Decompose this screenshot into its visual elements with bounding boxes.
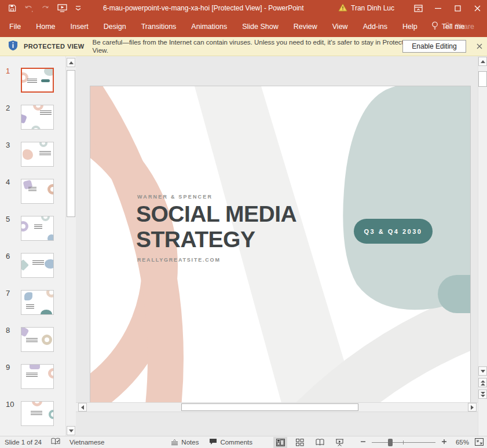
notes-label: Notes	[181, 439, 199, 446]
scrollbar-thumb[interactable]	[478, 71, 487, 87]
slide-thumbnail-10[interactable]: 10	[0, 400, 65, 427]
thumbnail-image	[21, 142, 54, 167]
quick-access-toolbar	[8, 4, 81, 12]
thumb-decor	[21, 259, 29, 271]
thumbnail-image	[21, 290, 54, 315]
zoom-percentage[interactable]: 65%	[453, 439, 469, 446]
slide-number: 3	[6, 141, 10, 149]
title-bar-right: Tran Dinh Luc	[338, 0, 487, 16]
tab-view[interactable]: View	[332, 23, 348, 31]
save-icon[interactable]	[8, 4, 16, 12]
thumb-decor	[26, 304, 34, 310]
slide-thumbnail-2[interactable]: 2	[0, 104, 65, 131]
minimize-button[interactable]	[428, 0, 448, 16]
slide-thumbnail-1[interactable]: 1	[0, 67, 65, 94]
close-button[interactable]	[467, 0, 487, 16]
scroll-down-icon[interactable]	[478, 366, 487, 376]
redo-icon	[41, 5, 49, 12]
maximize-button[interactable]	[448, 0, 467, 16]
thumbnail-image	[21, 216, 54, 241]
account-info[interactable]: Tran Dinh Luc	[338, 3, 394, 13]
slide-thumbnail-5[interactable]: 5	[0, 215, 65, 242]
slide-date-badge[interactable]: Q3 & Q4 2030	[354, 219, 433, 244]
tab-home[interactable]: Home	[36, 23, 55, 31]
slide-1-editor[interactable]: WARNER & SPENCER SOCIAL MEDIA STRATEGY R…	[90, 86, 471, 402]
zoom-out-icon[interactable]	[360, 439, 366, 446]
tab-slide-show[interactable]: Slide Show	[242, 23, 279, 31]
ribbon-tabs: File Home Insert Design Transitions Anim…	[9, 23, 418, 31]
thumb-decor	[30, 364, 40, 369]
slide-number: 8	[6, 326, 10, 335]
thumb-decor	[21, 113, 27, 124]
slide-number: 1	[6, 67, 10, 75]
slide-thumbnail-3[interactable]: 3	[0, 141, 65, 168]
status-bar-right: Notes Comments	[171, 437, 484, 448]
banner-close-icon[interactable]	[477, 41, 482, 52]
normal-view-button[interactable]	[273, 437, 287, 448]
start-from-beginning-icon[interactable]	[57, 4, 67, 12]
scroll-down-icon[interactable]	[67, 426, 75, 435]
comment-icon	[209, 438, 217, 446]
thumbnail-panel-scrollbar[interactable]	[65, 56, 76, 436]
thumb-decor	[41, 79, 50, 82]
slide-website-text[interactable]: REALLYGREATSITE.COM	[137, 257, 221, 263]
zoom-slider[interactable]	[372, 437, 435, 448]
thumbnail-image	[21, 68, 54, 93]
zoom-slider-thumb[interactable]	[388, 439, 393, 446]
vertical-scrollbar[interactable]	[478, 56, 487, 436]
slide-title-text[interactable]: SOCIAL MEDIA STRATEGY	[136, 201, 296, 252]
slide-thumbnail-7[interactable]: 7	[0, 289, 65, 316]
shield-info-icon	[8, 40, 18, 53]
scrollbar-thumb[interactable]	[67, 70, 75, 217]
title-line-1: SOCIAL MEDIA	[136, 201, 296, 227]
horizontal-scrollbar-thumb[interactable]	[181, 403, 358, 411]
slide-thumbnail-4[interactable]: 4	[0, 178, 65, 205]
fit-slide-to-window-icon[interactable]	[475, 438, 484, 447]
scroll-up-icon[interactable]	[478, 57, 487, 66]
slide-counter[interactable]: Slide 1 of 24	[5, 439, 42, 446]
thumb-decor	[21, 327, 30, 337]
slide-sorter-view-button[interactable]	[293, 437, 307, 448]
zoom-slider-track	[372, 442, 435, 443]
protected-view-label: PROTECTED VIEW	[24, 43, 85, 50]
next-slide-button[interactable]	[478, 390, 487, 399]
notes-icon	[171, 439, 178, 446]
tab-insert[interactable]: Insert	[71, 23, 89, 31]
share-button[interactable]: Share	[444, 22, 474, 31]
scroll-right-icon[interactable]	[468, 403, 477, 412]
comments-label: Comments	[220, 439, 252, 446]
tab-transitions[interactable]: Transitions	[141, 23, 177, 31]
customize-quick-access-icon[interactable]	[75, 6, 81, 10]
slide-company-text[interactable]: WARNER & SPENCER	[137, 194, 213, 200]
spell-check-icon[interactable]	[51, 438, 60, 447]
reading-view-button[interactable]	[313, 437, 327, 448]
previous-slide-button[interactable]	[478, 378, 487, 387]
tab-review[interactable]: Review	[294, 23, 317, 31]
tab-help[interactable]: Help	[402, 23, 418, 31]
slide-thumbnail-9[interactable]: 9	[0, 363, 65, 390]
slide-show-view-button[interactable]	[332, 437, 346, 448]
slide-thumbnail-6[interactable]: 6	[0, 252, 65, 279]
zoom-in-icon[interactable]	[441, 439, 447, 446]
thumb-decor	[31, 126, 41, 130]
tab-file[interactable]: File	[9, 23, 21, 31]
title-bar: 6-mau-powerpoint-ve-mang-xa-hoi [Protect…	[0, 0, 487, 16]
ribbon-display-options-icon[interactable]	[408, 0, 428, 16]
scroll-left-icon[interactable]	[78, 403, 87, 412]
scroll-up-icon[interactable]	[67, 58, 75, 67]
slide-thumbnail-8[interactable]: 8	[0, 326, 65, 353]
horizontal-scrollbar[interactable]	[76, 402, 478, 412]
tab-design[interactable]: Design	[104, 23, 126, 31]
thumb-decor	[26, 338, 38, 343]
enable-editing-button[interactable]: Enable Editing	[402, 40, 466, 53]
slide-number: 7	[6, 289, 10, 298]
tab-animations[interactable]: Animations	[191, 23, 227, 31]
notes-toggle[interactable]: Notes	[171, 439, 199, 446]
thumb-decor	[21, 221, 28, 232]
tab-add-ins[interactable]: Add-ins	[363, 23, 387, 31]
comments-toggle[interactable]: Comments	[209, 438, 252, 446]
double-up-icon	[481, 380, 485, 385]
language-indicator[interactable]: Vietnamese	[69, 439, 105, 446]
thumb-decor	[39, 142, 47, 147]
undo-icon	[24, 5, 33, 12]
